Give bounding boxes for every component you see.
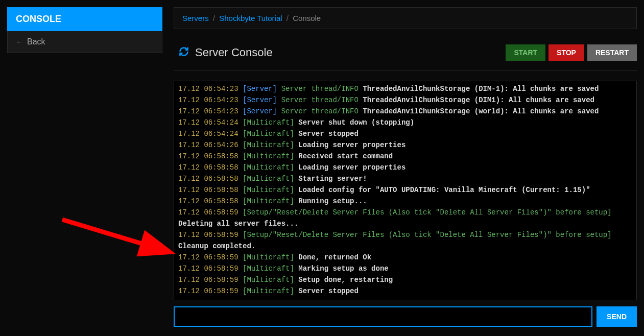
log-line: 17.12 06:54:24 [Multicraft] Server stopp… bbox=[178, 128, 632, 139]
log-line: 17.12 06:54:24 [Multicraft] Server shut … bbox=[178, 117, 632, 128]
log-line: 17.12 06:54:23 [Server] Server thread/IN… bbox=[178, 94, 632, 106]
log-line: Deleting all server files... bbox=[178, 218, 632, 229]
log-line: 17.12 06:58:58 [Multicraft] Running setu… bbox=[178, 196, 632, 207]
server-controls: START STOP RESTART bbox=[506, 44, 637, 61]
log-line: Cleanup completed. bbox=[178, 241, 632, 252]
breadcrumb-separator: / bbox=[287, 14, 289, 22]
arrow-left-icon: ← bbox=[16, 38, 23, 46]
command-input[interactable] bbox=[174, 306, 592, 327]
refresh-icon[interactable] bbox=[179, 46, 189, 59]
log-line: 17.12 06:58:59 [Multicraft] Setup done, … bbox=[178, 274, 632, 285]
log-line: 17.12 06:58:58 [Multicraft] Received sta… bbox=[178, 151, 632, 162]
log-line: 17.12 06:58:58 [Multicraft] Loaded confi… bbox=[178, 184, 632, 196]
restart-button[interactable]: RESTART bbox=[587, 44, 637, 61]
log-line: 17.12 06:58:59 [Multicraft] Done, return… bbox=[178, 252, 632, 263]
log-line: 17.12 06:58:59 [Setup/"Reset/Delete Serv… bbox=[178, 229, 632, 241]
log-line: 17.12 06:58:58 [Multicraft] Starting ser… bbox=[178, 173, 632, 184]
breadcrumb: Servers / Shockbyte Tutorial / Console bbox=[174, 7, 637, 29]
start-button[interactable]: START bbox=[506, 44, 545, 61]
log-line: 17.12 06:58:59 [Multicraft] Server stopp… bbox=[178, 285, 632, 297]
svg-line-1 bbox=[62, 220, 167, 251]
annotation-arrow bbox=[57, 214, 180, 260]
sidebar: CONSOLE ← Back bbox=[7, 7, 162, 53]
console-title-group: Server Console bbox=[179, 46, 273, 59]
breadcrumb-server-name[interactable]: Shockbyte Tutorial bbox=[219, 14, 282, 22]
log-line: 17.12 06:58:58 [Multicraft] Loading serv… bbox=[178, 162, 632, 173]
main-content: Servers / Shockbyte Tutorial / Console S… bbox=[174, 7, 637, 327]
console-title: Server Console bbox=[195, 46, 273, 59]
console-header: Server Console START STOP RESTART bbox=[174, 34, 637, 70]
log-line: 17.12 06:54:23 [Server] Server thread/IN… bbox=[178, 106, 632, 117]
back-label: Back bbox=[27, 37, 45, 46]
log-line: 17.12 06:54:26 [Multicraft] Loading serv… bbox=[178, 139, 632, 151]
breadcrumb-separator: / bbox=[213, 14, 215, 22]
sidebar-title: CONSOLE bbox=[7, 7, 162, 31]
console-output[interactable]: 17.12 06:54:23 [Server] Server thread/IN… bbox=[174, 81, 637, 300]
log-line: 17.12 06:58:59 [Multicraft] Marking setu… bbox=[178, 263, 632, 274]
stop-button[interactable]: STOP bbox=[548, 44, 584, 61]
breadcrumb-current: Console bbox=[293, 14, 321, 22]
log-line: 17.12 06:58:59 [Setup/"Reset/Delete Serv… bbox=[178, 207, 632, 218]
send-button[interactable]: SEND bbox=[597, 306, 637, 327]
command-row: SEND bbox=[174, 306, 637, 327]
log-line: 17.12 06:54:23 [Server] Server thread/IN… bbox=[178, 83, 632, 94]
breadcrumb-servers[interactable]: Servers bbox=[182, 14, 209, 22]
back-button[interactable]: ← Back bbox=[7, 31, 162, 53]
